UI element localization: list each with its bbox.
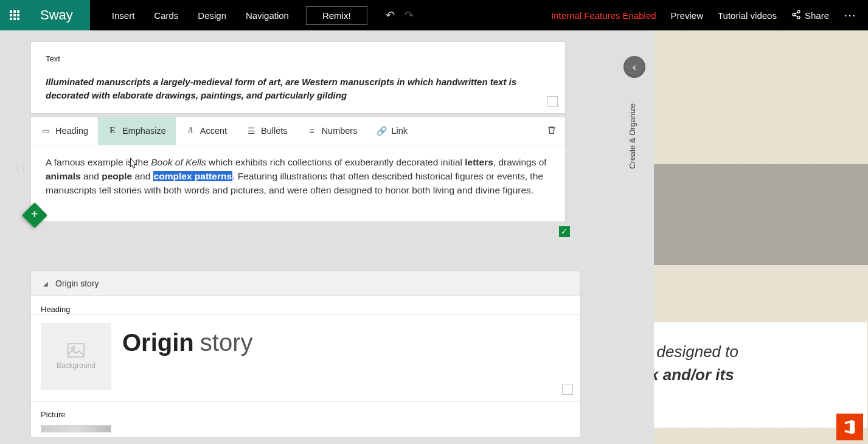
picture-thumbnail[interactable] (41, 425, 111, 432)
group-header[interactable]: ◢ Origin story (30, 271, 581, 296)
text-editor-body[interactable]: ⋮⋮ A famous example is the Book of Kells… (31, 145, 565, 222)
text-card[interactable]: Text Illuminated manuscripts a largely-m… (30, 41, 566, 114)
waffle-icon (10, 10, 19, 20)
preview-pane: pts were often designed to ect of the bo… (654, 30, 868, 444)
app-header: Sway Insert Cards Design Navigation Remi… (0, 0, 868, 30)
app-launcher-button[interactable] (0, 0, 29, 30)
svg-rect-3 (68, 344, 84, 357)
card-select-checkbox[interactable] (547, 96, 558, 107)
link-button[interactable]: 🔗 Link (367, 117, 417, 145)
group-title: Origin story (55, 279, 99, 288)
card-type-label: Text (46, 54, 550, 63)
emphasize-icon: E (108, 126, 117, 136)
accent-button[interactable]: A Accent (176, 117, 237, 145)
undo-button[interactable]: ↶ (386, 9, 395, 22)
office-logo-badge (836, 414, 863, 440)
menu-cards[interactable]: Cards (144, 0, 188, 30)
storyline-editor[interactable]: Text Illuminated manuscripts a largely-m… (0, 30, 654, 444)
link-icon: 🔗 (377, 126, 386, 136)
bullets-button[interactable]: ☰ Bullets (237, 117, 297, 145)
preview-text: pts were often designed to ect of the bo… (654, 322, 867, 428)
card-select-checkbox[interactable] (559, 226, 570, 237)
app-brand: Sway (29, 0, 90, 30)
preview-section-block (654, 164, 868, 265)
remix-button[interactable]: Remix! (306, 6, 367, 25)
numbers-icon: ≡ (307, 126, 317, 136)
numbers-button[interactable]: ≡ Numbers (297, 117, 367, 145)
menu-navigation[interactable]: Navigation (236, 0, 299, 30)
card-type-label: Picture (41, 410, 571, 419)
card-select-checkbox[interactable] (562, 384, 573, 395)
main-menu: Insert Cards Design Navigation Remix! ↶ … (102, 0, 414, 30)
menu-insert[interactable]: Insert (102, 0, 145, 30)
svg-point-1 (793, 13, 795, 16)
internal-features-label: Internal Features Enabled (551, 10, 656, 21)
redo-button[interactable]: ↷ (404, 9, 414, 22)
selected-text[interactable]: complex patterns (153, 171, 232, 181)
menu-design[interactable]: Design (188, 0, 236, 30)
create-organize-tab[interactable]: Create & Organize (628, 103, 637, 169)
collapse-icon: ◢ (43, 280, 48, 287)
heading-icon: ▭ (41, 126, 50, 136)
svg-point-0 (797, 10, 800, 13)
background-image-slot[interactable]: Background (41, 323, 111, 390)
accent-icon: A (186, 126, 195, 136)
bullets-icon: ☰ (246, 126, 256, 136)
section-group: ◢ Origin story Heading Background Origin… (30, 271, 581, 438)
collapse-panel-button[interactable]: ‹ (623, 56, 645, 78)
heading-text[interactable]: Origin story (122, 329, 571, 356)
svg-point-4 (72, 347, 75, 350)
delete-card-button[interactable] (547, 125, 557, 137)
more-menu-button[interactable]: ⋯ (844, 8, 857, 23)
emphasize-button[interactable]: E Emphasize (98, 117, 176, 145)
picture-card[interactable]: Picture (30, 401, 581, 438)
drag-handle-icon[interactable]: ⋮⋮ (14, 164, 26, 175)
card-type-label: Heading (30, 296, 581, 314)
preview-button[interactable]: Preview (671, 10, 703, 21)
svg-point-2 (797, 16, 800, 18)
share-icon (791, 10, 801, 21)
text-card-content[interactable]: Illuminated manuscripts a largely-mediev… (46, 77, 516, 100)
heading-card[interactable]: Background Origin story (30, 314, 581, 401)
tutorial-videos-button[interactable]: Tutorial videos (718, 10, 777, 21)
heading-button[interactable]: ▭ Heading (31, 117, 98, 145)
text-format-toolbar: ▭ Heading E Emphasize A Accent ☰ Bullets (31, 117, 565, 145)
share-button[interactable]: Share (791, 10, 829, 21)
active-text-card[interactable]: ▭ Heading E Emphasize A Accent ☰ Bullets (30, 117, 566, 223)
